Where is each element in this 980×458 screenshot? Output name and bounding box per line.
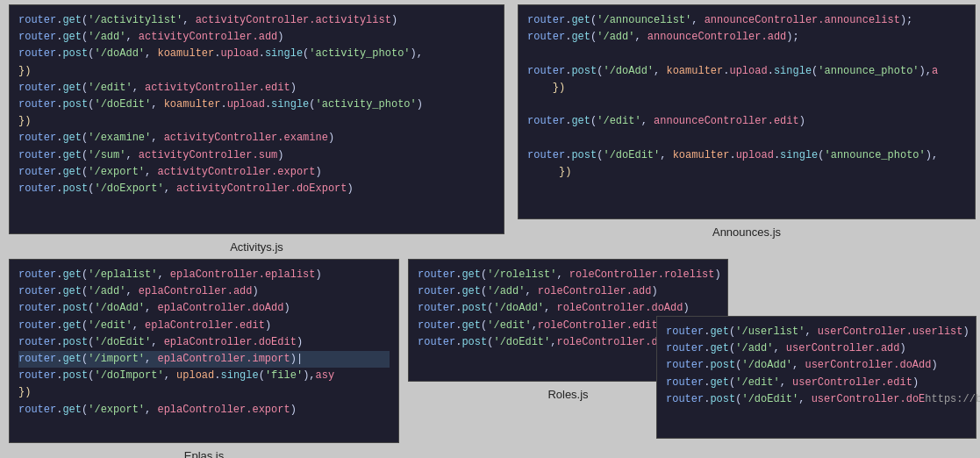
eplajs-label: Eplas.js (9, 449, 399, 458)
code-line: }) (527, 164, 966, 181)
code-line: router.get('/userlist', userController.u… (666, 324, 967, 340)
code-line: router.get('/rolelist', roleController.r… (418, 267, 719, 283)
code-line: router.get('/edit', activityController.e… (18, 80, 495, 97)
code-line: router.get('/export', eplaController.exp… (18, 402, 390, 419)
eplajs-card: router.get('/eplalist', eplaController.e… (9, 259, 399, 443)
code-line: router.post('/doEdit', koamulter.upload.… (18, 97, 495, 113)
code-line: router.get('/add', activityController.ad… (18, 29, 495, 46)
code-line: router.get('/export', activityController… (18, 164, 495, 181)
code-line (527, 46, 966, 62)
code-line: router.get('/sum', activityController.su… (18, 147, 495, 164)
code-line: router.get('/activitylist', activityCont… (18, 12, 495, 29)
code-line (527, 130, 966, 147)
usersjs-card: router.get('/userlist', userController.u… (656, 316, 976, 439)
code-line: router.post('/doExport', activityControl… (18, 181, 495, 197)
code-line: router.post('/doAdd', eplaController.doA… (18, 300, 390, 317)
code-line: router.get('/import', eplaController.imp… (18, 351, 390, 368)
code-line: router.post('/doAdd', userController.doA… (666, 357, 967, 374)
announcejs-card: router.get('/announcelist', announceCont… (518, 4, 976, 219)
code-line: router.get('/examine', activityControlle… (18, 130, 495, 147)
activityjs-label: Activitys.js (9, 240, 504, 254)
code-line: router.get('/announcelist', announceCont… (527, 12, 966, 29)
code-line: router.get('/eplalist', eplaController.e… (18, 267, 390, 283)
code-line: router.get('/edit', announceController.e… (527, 113, 966, 130)
code-line: router.get('/add', roleController.add) (418, 283, 719, 300)
code-line: router.get('/add', userController.add) (666, 340, 967, 357)
code-line: router.post('/doEdit', userController.do… (666, 391, 967, 408)
code-line: }) (18, 384, 390, 401)
code-line: router.get('/edit', userController.edit) (666, 375, 967, 391)
code-line: router.post('/doAdd', roleController.doA… (418, 300, 719, 317)
announcejs-label: Announces.js (518, 225, 976, 239)
code-line: router.post('/doEdit', koamulter.upload.… (527, 147, 966, 164)
code-line: router.get('/edit', eplaController.edit) (18, 318, 390, 334)
code-line: }) (18, 113, 495, 130)
code-line: router.post('/doImport', upload.single('… (18, 368, 390, 384)
code-line: router.get('/add', eplaController.add) (18, 283, 390, 300)
code-line: }) (527, 80, 966, 97)
activityjs-card: router.get('/activitylist', activityCont… (9, 4, 504, 234)
code-line: }) (18, 63, 495, 80)
code-line: router.post('/doEdit', eplaController.do… (18, 334, 390, 351)
code-line: router.get('/add', announceController.ad… (527, 29, 966, 46)
code-line: router.post('/doAdd', koamulter.upload.s… (18, 46, 495, 62)
code-line: router.post('/doAdd', koamulter.upload.s… (527, 63, 966, 80)
code-line (527, 97, 966, 113)
